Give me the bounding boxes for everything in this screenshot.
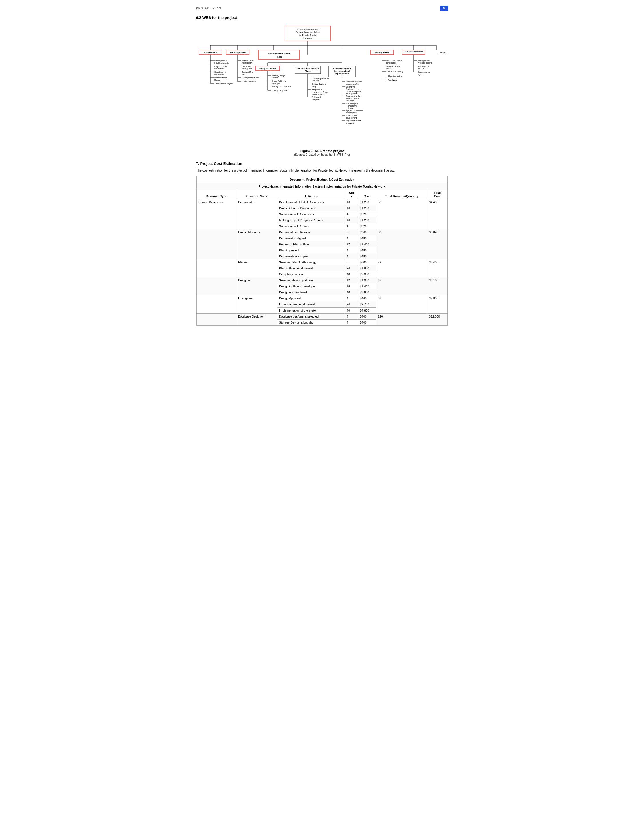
project-name: Project Name: Integrated Information Sys… (197, 183, 448, 190)
table-row: IT EngineerDesign Approval4$46068$7,820 (197, 296, 448, 302)
activity-cell: Project Charter Documents (277, 205, 345, 211)
svg-text:System Implementation: System Implementation (296, 31, 320, 34)
svg-text:Submission of: Submission of (215, 71, 226, 73)
svg-text:Documents: Documents (215, 67, 224, 70)
svg-text:Design Outline is: Design Outline is (271, 80, 286, 83)
svg-text:Review: Review (215, 79, 221, 81)
svg-text:functions on the: functions on the (346, 88, 359, 90)
activity-cell: Database platform is selected (277, 313, 345, 319)
wbs-heading: 6.2 WBS for the project (196, 15, 448, 20)
work-cell: 12 (345, 278, 358, 284)
total-cost-cell: $7,820 (427, 296, 448, 313)
activity-cell: Documentation Review (277, 229, 345, 235)
col-resource-name: Resource Name (236, 190, 277, 199)
col-activities: Activities (277, 190, 345, 199)
svg-text:System Development: System Development (268, 52, 290, 55)
budget-table-wrapper: Document: Project Budget & Cost Estimati… (196, 175, 448, 326)
cost-cell: $320 (358, 211, 376, 217)
activity-cell: Making Project Progress Reports (277, 217, 345, 223)
wbs-section: 6.2 WBS for the project Integrated Infor… (196, 15, 448, 156)
work-cell: 16 (345, 217, 358, 223)
resource-name-cell: Database Designer (236, 313, 277, 325)
svg-text:Testing the system: Testing the system (386, 60, 402, 62)
svg-text:Development and: Development and (334, 70, 350, 72)
activity-cell: Selecting design platform (277, 278, 345, 284)
budget-table: Document: Project Budget & Cost Estimati… (196, 176, 448, 325)
activity-cell: Review of Plan outline (277, 241, 345, 247)
svg-text:Integrating the: Integrating the (346, 103, 358, 105)
wbs-diagram: Integrated Information System Implementa… (196, 24, 448, 147)
resource-name-cell: Designer (236, 278, 277, 296)
svg-text:Selecting Plan: Selecting Plan (242, 60, 254, 62)
col-resource-type: Resource Type (197, 190, 236, 199)
work-cell: 40 (345, 271, 358, 278)
svg-text:Implementation: Implementation (335, 73, 349, 75)
col-work: Work (345, 190, 358, 199)
cost-cell: $3,600 (358, 290, 376, 296)
svg-text:—Project Closure: —Project Closure (438, 52, 448, 54)
svg-text:Integrated Information: Integrated Information (296, 28, 319, 31)
total-duration-cell: 56 (376, 199, 427, 229)
cost-cell: $1,800 (358, 265, 376, 271)
svg-text:—Prototyping: —Prototyping (386, 79, 397, 81)
cost-cell: $1,440 (358, 284, 376, 290)
svg-text:database: database (346, 107, 354, 109)
cost-cell: $2,760 (358, 302, 376, 307)
page-header: PROJECT PLAN 9 (196, 6, 448, 11)
activity-cell: Infrastructure development (277, 302, 345, 307)
activity-cell: Selecting Plan Methodology (277, 259, 345, 265)
cost-cell: $600 (358, 259, 376, 265)
total-cost-cell: $6,120 (427, 278, 448, 296)
activity-cell: Design Outline is developed (277, 284, 345, 290)
svg-text:Tourist Network: Tourist Network (312, 94, 325, 95)
svg-text:Methodology: Methodology (242, 62, 253, 64)
table-row: Project ManagerDocumentation Review8$960… (197, 229, 448, 235)
resource-type-cell (197, 278, 236, 296)
svg-text:Coding the: Coding the (346, 86, 355, 88)
table-row: Database DesignerDatabase platform is se… (197, 313, 448, 319)
svg-text:Reports: Reports (418, 67, 425, 70)
wbs-source: (Source: Created by the author in WBS-Pr… (196, 153, 448, 156)
svg-text:Making Project: Making Project (418, 60, 430, 62)
wbs-svg: Integrated Information System Implementa… (196, 24, 448, 147)
svg-text:Development of the: Development of the (346, 81, 362, 83)
svg-text:Information System: Information System (333, 67, 351, 70)
svg-text:Initial Documents: Initial Documents (215, 62, 229, 64)
svg-text:development: development (346, 93, 357, 95)
svg-text:outline: outline (242, 73, 247, 75)
svg-text:Initial Phase: Initial Phase (204, 51, 217, 54)
svg-text:platform: platform (271, 77, 278, 79)
cost-cell: $4,600 (358, 307, 376, 313)
work-cell: 40 (345, 307, 358, 313)
svg-text:—Design Approval: —Design Approval (271, 90, 287, 92)
total-duration-cell: 68 (376, 296, 427, 313)
svg-text:Testing: Testing (386, 67, 392, 70)
resource-type-cell (197, 259, 236, 278)
cost-cell: $1,440 (358, 241, 376, 247)
work-cell: 8 (345, 229, 358, 235)
cost-cell: $320 (358, 223, 376, 229)
col-total-cost: TotalCost (427, 190, 448, 199)
svg-text:Database platform is: Database platform is (312, 77, 329, 80)
svg-text:Designing Phase: Designing Phase (259, 67, 276, 70)
svg-text:signed: signed (418, 73, 423, 75)
work-cell: 16 (345, 205, 358, 211)
svg-text:Planning Phase: Planning Phase (230, 51, 245, 54)
svg-text:—network of Private: —network of Private (312, 91, 328, 93)
work-cell: 4 (345, 223, 358, 229)
total-duration-cell: 72 (376, 259, 427, 278)
svg-text:Phase: Phase (276, 55, 282, 58)
svg-text:Final Documentation: Final Documentation (403, 51, 423, 53)
svg-text:—Completion of Plan: —Completion of Plan (242, 77, 259, 79)
svg-text:Selecting design: Selecting design (271, 74, 285, 77)
activity-cell: Plan Approved (277, 247, 345, 253)
activity-cell: Design Approval (277, 296, 345, 302)
resource-type-cell (197, 313, 236, 325)
svg-text:—features in the: —features in the (346, 97, 360, 99)
svg-text:—Document is Signed: —Document is Signed (215, 83, 233, 85)
work-cell: 4 (345, 296, 358, 302)
svg-text:selected: selected (312, 80, 319, 81)
cost-cell: $1,280 (358, 205, 376, 211)
total-cost-cell: $12,000 (427, 313, 448, 325)
cost-cell: $1,080 (358, 278, 376, 284)
